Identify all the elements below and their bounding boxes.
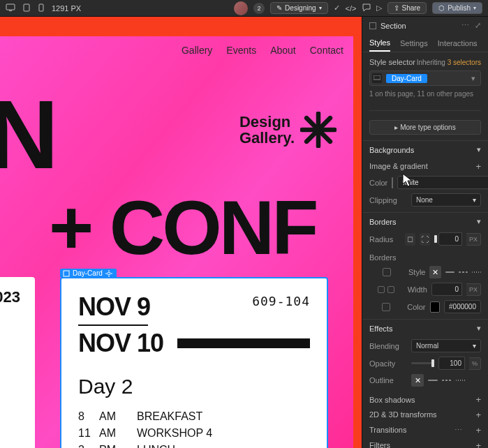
- play-icon[interactable]: ▷: [376, 3, 382, 13]
- site-logo: DesignGallery.: [239, 112, 337, 148]
- collab-count-badge[interactable]: 2: [253, 3, 265, 14]
- box-shadows-label: Box shadows: [369, 396, 471, 404]
- svg-rect-8: [64, 271, 69, 276]
- border-style-label: Style: [408, 268, 425, 276]
- more-icon[interactable]: ⋯: [454, 426, 463, 435]
- checkmark-icon[interactable]: ✓: [334, 3, 340, 13]
- mode-button[interactable]: ✎Designing▾: [270, 2, 327, 14]
- nav-link[interactable]: Events: [226, 45, 256, 56]
- bg-color-label: Color: [369, 179, 387, 187]
- top-toolbar: 1291 PX 2 ✎Designing▾ ✓ </> ▷ ⇪Share ⬡Pu…: [0, 0, 488, 17]
- border-solid-icon[interactable]: [445, 271, 454, 273]
- tab-styles[interactable]: Styles: [369, 34, 390, 52]
- plus-icon[interactable]: +: [475, 161, 481, 172]
- bg-color-input[interactable]: [397, 176, 488, 189]
- day-card-selected[interactable]: NOV 9 NOV 10 609-104 Day 2 8AMBREAKFAST …: [60, 277, 328, 448]
- gear-icon[interactable]: [105, 270, 112, 277]
- chevron-down-icon[interactable]: ▾: [477, 324, 481, 333]
- border-width-value[interactable]: 0: [431, 283, 462, 296]
- svg-rect-2: [24, 4, 29, 11]
- border-color-label: Color: [407, 303, 425, 311]
- outline-dotted-icon[interactable]: [456, 380, 466, 381]
- selector-instances-note[interactable]: 1 on this page, 11 on other pages: [362, 90, 488, 102]
- style-selector-label: Style selector: [369, 58, 415, 66]
- borders-section: Borders▾ Radius ◻ ⛶ 0PX Borders Style ✕: [362, 213, 488, 320]
- divider: [78, 324, 148, 326]
- design-canvas[interactable]: Gallery Events About Contact DesignGalle…: [0, 17, 362, 448]
- class-tag[interactable]: Day-Card: [386, 74, 427, 83]
- transitions-label: Transitions: [369, 426, 450, 434]
- inheriting-label[interactable]: Inheriting 3 selectors: [417, 59, 481, 66]
- outline-none-icon[interactable]: ✕: [411, 374, 424, 387]
- plus-icon[interactable]: +: [475, 440, 481, 449]
- radius-individual-icon[interactable]: ⛶: [420, 233, 430, 246]
- opacity-value[interactable]: 100: [438, 357, 465, 370]
- publish-button[interactable]: ⬡Publish▾: [432, 2, 482, 14]
- expand-icon[interactable]: ⤢: [475, 21, 481, 30]
- device-desktop-icon[interactable]: [6, 3, 15, 13]
- more-type-options-button[interactable]: ▸ More type options: [369, 120, 481, 135]
- class-tag-selector[interactable]: Day-Card ▾: [369, 70, 481, 86]
- color-swatch[interactable]: [392, 177, 393, 188]
- room-code: 609-104: [252, 294, 310, 308]
- more-icon[interactable]: ⋯: [461, 21, 469, 30]
- border-side-picker[interactable]: [387, 286, 394, 293]
- blending-select[interactable]: Normal▾: [411, 339, 481, 352]
- plus-icon[interactable]: +: [475, 410, 481, 420]
- share-button[interactable]: ⇪Share: [387, 2, 427, 14]
- tab-interactions[interactable]: Interactions: [438, 34, 478, 52]
- radius-all-icon[interactable]: ◻: [405, 233, 415, 246]
- year-text: 2023: [0, 288, 28, 306]
- border-none-icon[interactable]: ✕: [429, 266, 441, 278]
- panel-tabs: Styles Settings Interactions: [362, 34, 488, 52]
- chevron-down-icon[interactable]: ▾: [477, 145, 481, 154]
- svg-rect-1: [9, 10, 12, 11]
- canvas-dimension[interactable]: 1291 PX: [52, 4, 81, 13]
- avatar[interactable]: [234, 1, 248, 15]
- chevron-down-icon[interactable]: ▾: [477, 217, 481, 226]
- border-side-picker[interactable]: [383, 268, 391, 276]
- style-panel: Section ⋯⤢ Styles Settings Interactions …: [362, 17, 488, 448]
- borders-sub-label: Borders: [369, 253, 407, 262]
- outline-dashed-icon[interactable]: [442, 380, 452, 381]
- border-dashed-icon[interactable]: [459, 271, 468, 273]
- opacity-slider[interactable]: [411, 362, 434, 364]
- radius-unit[interactable]: PX: [466, 233, 481, 246]
- code-icon[interactable]: </>: [346, 4, 357, 13]
- border-side-picker[interactable]: [382, 303, 390, 311]
- schedule-list: 8AMBREAKFAST 11AMWORKSHOP 4 2PMLUNCH 5PM…: [78, 408, 310, 448]
- breadcrumb: Section ⋯⤢: [362, 17, 488, 34]
- schedule-row: 11AMWORKSHOP 4: [78, 425, 310, 442]
- outline-solid-icon[interactable]: [428, 380, 438, 381]
- nav-link[interactable]: Gallery: [182, 45, 212, 56]
- border-color-swatch[interactable]: [430, 301, 441, 313]
- radius-value[interactable]: 0: [438, 232, 461, 246]
- breakpoint-icon[interactable]: [372, 73, 382, 83]
- tab-settings[interactable]: Settings: [400, 34, 428, 52]
- opacity-label: Opacity: [369, 359, 407, 368]
- border-width-unit[interactable]: PX: [466, 283, 481, 296]
- section-icon: [369, 22, 376, 29]
- opacity-unit[interactable]: %: [469, 357, 481, 370]
- border-color-value[interactable]: #000000: [444, 300, 481, 313]
- filters-label: Filters: [369, 441, 471, 448]
- nav-link[interactable]: Contact: [310, 45, 343, 56]
- plus-icon[interactable]: +: [475, 394, 481, 405]
- radius-label: Radius: [369, 235, 401, 244]
- border-side-picker[interactable]: [378, 286, 385, 293]
- chevron-down-icon[interactable]: ▾: [471, 74, 475, 83]
- nav-link[interactable]: About: [270, 45, 296, 56]
- border-width-label: Width: [408, 285, 427, 294]
- device-tablet-icon[interactable]: [22, 3, 31, 13]
- day-label: Day 2: [78, 375, 310, 398]
- hero-text-1: GN: [0, 78, 54, 191]
- svg-rect-3: [39, 4, 43, 11]
- border-dotted-icon[interactable]: [472, 271, 481, 273]
- device-mobile-icon[interactable]: [38, 3, 45, 13]
- comment-icon[interactable]: [362, 3, 371, 13]
- effects-section: Effects▾ Blending Normal▾ Opacity 100% O…: [362, 320, 488, 448]
- plus-icon[interactable]: +: [475, 425, 481, 435]
- day-card-prev[interactable]: 2023: [0, 277, 35, 448]
- schedule-row: 8AMBREAKFAST: [78, 408, 310, 425]
- clipping-select[interactable]: None▾: [411, 193, 481, 207]
